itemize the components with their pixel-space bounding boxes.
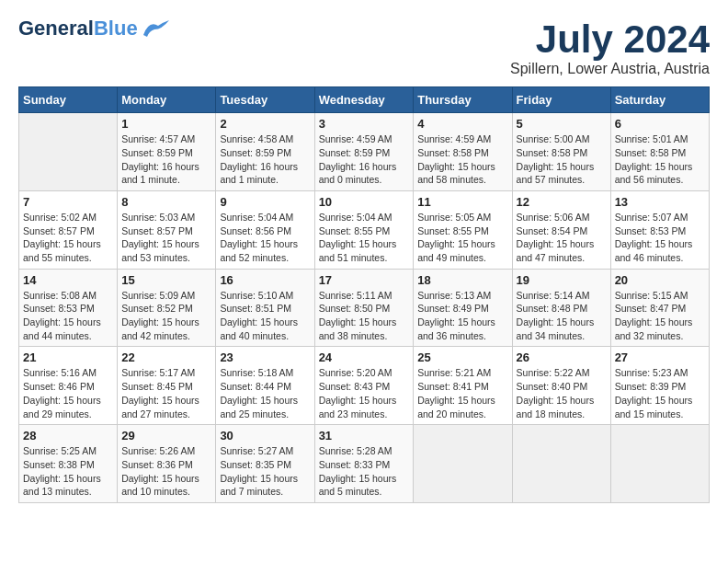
calendar-cell: 17Sunrise: 5:11 AMSunset: 8:50 PMDayligh… — [314, 269, 414, 347]
calendar-cell: 11Sunrise: 5:05 AMSunset: 8:55 PMDayligh… — [414, 190, 512, 269]
day-info: Sunrise: 5:06 AMSunset: 8:54 PMDaylight:… — [517, 211, 607, 265]
day-info: Sunrise: 4:57 AMSunset: 8:59 PMDaylight:… — [121, 132, 211, 187]
day-info: Sunrise: 5:09 AMSunset: 8:52 PMDaylight:… — [121, 289, 211, 343]
day-info: Sunrise: 5:14 AMSunset: 8:48 PMDaylight:… — [517, 289, 607, 343]
day-info: Sunrise: 5:11 AMSunset: 8:50 PMDaylight:… — [319, 289, 410, 343]
page-header: GeneralBlue July 2024 Spillern, Lower Au… — [18, 18, 710, 77]
calendar-cell — [414, 425, 512, 503]
day-number: 1 — [121, 117, 211, 131]
calendar-cell: 1Sunrise: 4:57 AMSunset: 8:59 PMDaylight… — [118, 113, 216, 191]
weekday-header-wednesday: Wednesday — [314, 87, 414, 113]
weekday-header-saturday: Saturday — [610, 87, 709, 113]
month-title: July 2024 — [510, 18, 710, 61]
day-number: 18 — [417, 273, 507, 287]
day-info: Sunrise: 5:10 AMSunset: 8:51 PMDaylight:… — [220, 289, 310, 343]
day-info: Sunrise: 5:15 AMSunset: 8:47 PMDaylight:… — [615, 289, 705, 343]
calendar-cell: 6Sunrise: 5:01 AMSunset: 8:58 PMDaylight… — [610, 113, 709, 191]
calendar-cell — [610, 425, 709, 503]
calendar-cell: 16Sunrise: 5:10 AMSunset: 8:51 PMDayligh… — [216, 269, 314, 347]
calendar-week-5: 28Sunrise: 5:25 AMSunset: 8:38 PMDayligh… — [19, 425, 710, 503]
day-number: 6 — [615, 117, 705, 131]
calendar-cell: 9Sunrise: 5:04 AMSunset: 8:56 PMDaylight… — [216, 190, 314, 269]
weekday-header-monday: Monday — [118, 87, 216, 113]
day-info: Sunrise: 5:02 AMSunset: 8:57 PMDaylight:… — [23, 211, 113, 265]
day-number: 19 — [517, 273, 607, 287]
calendar-cell: 21Sunrise: 5:16 AMSunset: 8:46 PMDayligh… — [19, 347, 118, 425]
day-info: Sunrise: 5:04 AMSunset: 8:55 PMDaylight:… — [319, 211, 410, 265]
calendar-cell: 7Sunrise: 5:02 AMSunset: 8:57 PMDaylight… — [19, 190, 118, 269]
weekday-header-thursday: Thursday — [414, 87, 512, 113]
day-number: 24 — [319, 350, 410, 364]
day-number: 27 — [615, 350, 705, 364]
day-number: 3 — [319, 117, 410, 131]
day-info: Sunrise: 5:20 AMSunset: 8:43 PMDaylight:… — [319, 366, 410, 420]
calendar-cell: 31Sunrise: 5:28 AMSunset: 8:33 PMDayligh… — [314, 425, 414, 503]
calendar-cell: 14Sunrise: 5:08 AMSunset: 8:53 PMDayligh… — [19, 269, 118, 347]
day-number: 25 — [417, 350, 507, 364]
calendar-cell — [19, 113, 118, 191]
calendar-cell: 25Sunrise: 5:21 AMSunset: 8:41 PMDayligh… — [414, 347, 512, 425]
calendar-cell — [512, 425, 610, 503]
calendar-cell: 13Sunrise: 5:07 AMSunset: 8:53 PMDayligh… — [610, 190, 709, 269]
day-info: Sunrise: 5:22 AMSunset: 8:40 PMDaylight:… — [517, 366, 607, 420]
calendar-cell: 5Sunrise: 5:00 AMSunset: 8:58 PMDaylight… — [512, 113, 610, 191]
day-number: 15 — [121, 273, 211, 287]
calendar-cell: 18Sunrise: 5:13 AMSunset: 8:49 PMDayligh… — [414, 269, 512, 347]
day-number: 4 — [417, 117, 507, 131]
calendar-cell: 23Sunrise: 5:18 AMSunset: 8:44 PMDayligh… — [216, 347, 314, 425]
day-number: 26 — [517, 350, 607, 364]
weekday-header-tuesday: Tuesday — [216, 87, 314, 113]
day-info: Sunrise: 5:25 AMSunset: 8:38 PMDaylight:… — [23, 444, 113, 499]
calendar-cell: 24Sunrise: 5:20 AMSunset: 8:43 PMDayligh… — [314, 347, 414, 425]
day-number: 8 — [121, 195, 211, 209]
calendar-cell: 30Sunrise: 5:27 AMSunset: 8:35 PMDayligh… — [216, 425, 314, 503]
calendar-cell: 22Sunrise: 5:17 AMSunset: 8:45 PMDayligh… — [118, 347, 216, 425]
calendar-cell: 19Sunrise: 5:14 AMSunset: 8:48 PMDayligh… — [512, 269, 610, 347]
day-info: Sunrise: 4:59 AMSunset: 8:59 PMDaylight:… — [319, 132, 410, 187]
logo: GeneralBlue — [18, 18, 171, 39]
day-info: Sunrise: 5:28 AMSunset: 8:33 PMDaylight:… — [319, 444, 410, 499]
day-number: 20 — [615, 273, 705, 287]
weekday-header-sunday: Sunday — [19, 87, 118, 113]
calendar-cell: 10Sunrise: 5:04 AMSunset: 8:55 PMDayligh… — [314, 190, 414, 269]
day-info: Sunrise: 5:18 AMSunset: 8:44 PMDaylight:… — [220, 366, 310, 420]
day-info: Sunrise: 5:27 AMSunset: 8:35 PMDaylight:… — [220, 444, 310, 499]
day-number: 7 — [23, 195, 113, 209]
day-number: 13 — [615, 195, 705, 209]
day-number: 2 — [220, 117, 310, 131]
day-info: Sunrise: 5:17 AMSunset: 8:45 PMDaylight:… — [121, 366, 211, 420]
location-title: Spillern, Lower Austria, Austria — [510, 61, 710, 77]
day-number: 29 — [121, 429, 211, 442]
calendar-cell: 20Sunrise: 5:15 AMSunset: 8:47 PMDayligh… — [610, 269, 709, 347]
day-info: Sunrise: 5:16 AMSunset: 8:46 PMDaylight:… — [23, 366, 113, 420]
weekday-header-row: SundayMondayTuesdayWednesdayThursdayFrid… — [19, 87, 710, 113]
calendar-cell: 4Sunrise: 4:59 AMSunset: 8:58 PMDaylight… — [414, 113, 512, 191]
day-number: 31 — [319, 429, 410, 442]
calendar-week-2: 7Sunrise: 5:02 AMSunset: 8:57 PMDaylight… — [19, 190, 710, 269]
day-info: Sunrise: 5:05 AMSunset: 8:55 PMDaylight:… — [417, 211, 507, 265]
day-info: Sunrise: 5:00 AMSunset: 8:58 PMDaylight:… — [517, 132, 607, 187]
day-number: 9 — [220, 195, 310, 209]
day-number: 30 — [220, 429, 310, 442]
calendar-cell: 2Sunrise: 4:58 AMSunset: 8:59 PMDaylight… — [216, 113, 314, 191]
day-number: 16 — [220, 273, 310, 287]
day-info: Sunrise: 5:23 AMSunset: 8:39 PMDaylight:… — [615, 366, 705, 420]
day-info: Sunrise: 4:58 AMSunset: 8:59 PMDaylight:… — [220, 132, 310, 187]
calendar-cell: 12Sunrise: 5:06 AMSunset: 8:54 PMDayligh… — [512, 190, 610, 269]
day-info: Sunrise: 5:07 AMSunset: 8:53 PMDaylight:… — [615, 211, 705, 265]
title-block: July 2024 Spillern, Lower Austria, Austr… — [510, 18, 710, 77]
day-info: Sunrise: 5:08 AMSunset: 8:53 PMDaylight:… — [23, 289, 113, 343]
calendar-cell: 28Sunrise: 5:25 AMSunset: 8:38 PMDayligh… — [19, 425, 118, 503]
calendar-cell: 3Sunrise: 4:59 AMSunset: 8:59 PMDaylight… — [314, 113, 414, 191]
day-number: 11 — [417, 195, 507, 209]
day-info: Sunrise: 5:04 AMSunset: 8:56 PMDaylight:… — [220, 211, 310, 265]
day-info: Sunrise: 4:59 AMSunset: 8:58 PMDaylight:… — [417, 132, 507, 187]
logo-general: GeneralBlue — [18, 18, 138, 39]
day-number: 10 — [319, 195, 410, 209]
day-number: 21 — [23, 350, 113, 364]
day-info: Sunrise: 5:21 AMSunset: 8:41 PMDaylight:… — [417, 366, 507, 420]
calendar-cell: 26Sunrise: 5:22 AMSunset: 8:40 PMDayligh… — [512, 347, 610, 425]
calendar-cell: 27Sunrise: 5:23 AMSunset: 8:39 PMDayligh… — [610, 347, 709, 425]
weekday-header-friday: Friday — [512, 87, 610, 113]
day-number: 22 — [121, 350, 211, 364]
